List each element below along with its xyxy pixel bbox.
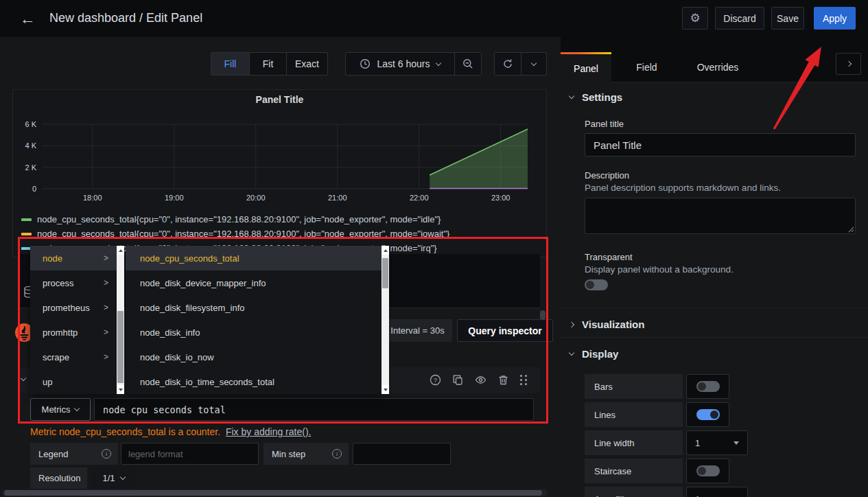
metric-category-item[interactable]: promhttp> bbox=[30, 320, 117, 345]
legend-format-input[interactable] bbox=[121, 443, 259, 465]
horizontal-scrollbar-thumb[interactable] bbox=[4, 490, 542, 496]
resolution-dropdown[interactable]: 1/1 bbox=[91, 467, 136, 489]
display-section-header[interactable]: Display bbox=[570, 348, 618, 360]
min-step-input[interactable] bbox=[353, 443, 451, 465]
toggle-switch[interactable] bbox=[696, 465, 720, 476]
metric-option-label: node_disk_filesystem_info bbox=[140, 303, 244, 313]
metric-category-menu: node>process>prometheus>promhttp>scrape>… bbox=[30, 246, 117, 394]
top-bar: ← New dashboard / Edit Panel ⚙ Discard S… bbox=[0, 0, 868, 37]
metric-option-label: node_disk_io_time_seconds_total bbox=[140, 377, 274, 387]
bars-toggle[interactable] bbox=[686, 374, 729, 399]
info-icon[interactable]: i bbox=[102, 449, 111, 459]
category-label: up bbox=[43, 377, 52, 387]
panel-title-label: Panel title bbox=[585, 119, 624, 129]
category-label: node bbox=[43, 253, 62, 264]
min-step-label-box: Min step i bbox=[263, 443, 349, 465]
save-button[interactable]: Save bbox=[771, 7, 804, 30]
lines-toggle[interactable] bbox=[686, 402, 729, 427]
settings-section-header[interactable]: Settings bbox=[570, 91, 622, 103]
display-option-row: Staircase bbox=[585, 459, 868, 483]
drag-handle-icon[interactable] bbox=[520, 375, 528, 385]
counter-warning: Metric node_cpu_seconds_total is a count… bbox=[30, 426, 311, 437]
submenu-chevron-icon: > bbox=[104, 303, 108, 312]
info-icon[interactable]: i bbox=[332, 449, 342, 459]
metric-category-item[interactable]: node> bbox=[30, 246, 117, 270]
scroll-up-icon[interactable] bbox=[384, 249, 388, 252]
disable-query-eye-icon[interactable] bbox=[475, 374, 486, 386]
metric-option[interactable]: node_disk_filesystem_info bbox=[126, 295, 382, 320]
metric-option[interactable]: node_disk_device_mapper_info bbox=[126, 270, 382, 295]
caret-down-icon bbox=[734, 441, 739, 445]
resolution-label: Resolution bbox=[38, 473, 80, 483]
display-heading: Display bbox=[582, 348, 618, 360]
legend-color-swatch[interactable] bbox=[21, 233, 32, 235]
category-label: promhttp bbox=[43, 327, 78, 338]
help-icon[interactable]: ? bbox=[430, 374, 441, 386]
dashboard-settings-button[interactable]: ⚙ bbox=[682, 7, 708, 30]
metric-category-item[interactable]: process> bbox=[30, 270, 117, 295]
horizontal-scrollbar[interactable] bbox=[1, 489, 548, 496]
scroll-down-icon[interactable] bbox=[119, 389, 123, 391]
scroll-down-icon[interactable] bbox=[384, 389, 388, 391]
legend-item[interactable]: node_cpu_seconds_total{cpu="0", instance… bbox=[21, 227, 449, 241]
fix-rate-link[interactable]: Fix by adding rate(). bbox=[226, 426, 312, 437]
vertical-scrollbar-thumb[interactable] bbox=[540, 310, 546, 320]
metric-option[interactable]: node_disk_info bbox=[126, 320, 382, 345]
refresh-button[interactable] bbox=[495, 53, 521, 75]
legend-color-swatch[interactable] bbox=[21, 218, 32, 221]
display-option-label: Line width bbox=[585, 430, 683, 455]
metric-category-item[interactable]: scrape> bbox=[30, 345, 117, 369]
legend-item[interactable]: node_cpu_seconds_total{cpu="0", instance… bbox=[21, 212, 449, 227]
tab-panel[interactable]: Panel bbox=[561, 52, 611, 82]
textarea-resize-handle[interactable] bbox=[848, 227, 854, 233]
metric-category-item[interactable]: prometheus> bbox=[30, 295, 117, 320]
metric-menu-scrollbar[interactable] bbox=[382, 246, 389, 394]
description-textarea[interactable] bbox=[585, 198, 856, 234]
fit-option[interactable]: Fit bbox=[250, 53, 287, 75]
zoom-out-button[interactable] bbox=[455, 53, 481, 75]
chevron-down-icon bbox=[119, 474, 125, 480]
time-range-picker[interactable]: Last 6 hours bbox=[346, 53, 455, 75]
toggle-switch[interactable] bbox=[696, 381, 720, 392]
scroll-up-icon[interactable] bbox=[119, 249, 123, 252]
exact-option[interactable]: Exact bbox=[287, 53, 327, 75]
metric-option-label: node_disk_device_mapper_info bbox=[140, 278, 266, 288]
toggle-switch[interactable] bbox=[696, 409, 720, 420]
metric-query-input[interactable] bbox=[94, 398, 534, 421]
category-menu-scrollbar[interactable] bbox=[117, 246, 124, 394]
tab-field[interactable]: Field bbox=[621, 52, 672, 82]
area-fill-select[interactable]: 1 bbox=[686, 487, 748, 497]
apply-button[interactable]: Apply bbox=[814, 7, 856, 30]
discard-button[interactable]: Discard bbox=[715, 7, 764, 30]
refresh-group bbox=[494, 52, 547, 76]
y-axis-tick: 0 bbox=[32, 185, 36, 193]
chevron-right-icon bbox=[569, 321, 574, 327]
collapse-pane-button[interactable] bbox=[836, 53, 861, 75]
fill-option[interactable]: Fill bbox=[211, 53, 250, 75]
panel-preview: Panel Title 02 K4 K6 K18:0019:0020:0021:… bbox=[12, 89, 547, 257]
transparent-hint: Display panel without a background. bbox=[585, 264, 734, 275]
display-option-row: Area fill1 bbox=[585, 487, 868, 497]
metric-option[interactable]: node_disk_io_now bbox=[126, 345, 382, 369]
line-width-select[interactable]: 1 bbox=[686, 430, 748, 455]
metrics-dropdown-button[interactable]: Metrics bbox=[30, 398, 91, 421]
visualization-section-header[interactable]: Visualization bbox=[570, 319, 644, 330]
metric-category-item[interactable]: up bbox=[30, 369, 117, 394]
submenu-chevron-icon: > bbox=[104, 278, 108, 288]
pane-size-toggle-group: Fill Fit Exact bbox=[211, 52, 328, 76]
back-arrow-icon[interactable]: ← bbox=[16, 8, 38, 29]
display-option-row: Lines bbox=[585, 402, 868, 427]
delete-query-trash-icon[interactable] bbox=[497, 374, 509, 386]
metric-option[interactable]: node_cpu_seconds_total bbox=[126, 246, 382, 270]
refresh-interval-dropdown[interactable] bbox=[521, 53, 546, 75]
duplicate-query-icon[interactable] bbox=[452, 374, 464, 386]
transparent-toggle[interactable] bbox=[585, 279, 608, 290]
tab-overrides[interactable]: Overrides bbox=[686, 52, 749, 82]
staircase-toggle[interactable] bbox=[686, 459, 729, 483]
interval-indicator: Interval = 30s bbox=[383, 319, 452, 342]
display-option-row: Line width1 bbox=[585, 430, 868, 455]
panel-title-input[interactable] bbox=[585, 133, 856, 157]
submenu-chevron-icon: > bbox=[104, 253, 108, 263]
query-inspector-button[interactable]: Query inspector bbox=[457, 319, 553, 342]
metric-option[interactable]: node_disk_io_time_seconds_total bbox=[126, 369, 382, 394]
